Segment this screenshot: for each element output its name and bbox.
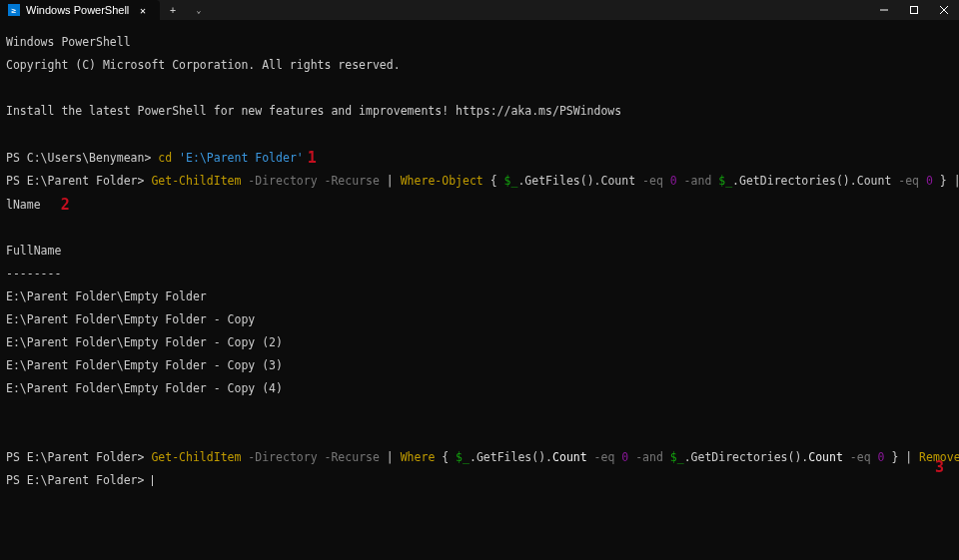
maximize-button[interactable] [899, 0, 929, 20]
tab-actions: + ⌄ [160, 0, 212, 20]
close-button[interactable] [929, 0, 959, 20]
blank-line [6, 429, 959, 441]
command-line-2: PS E:\Parent Folder> Get-ChildItem -Dire… [6, 176, 959, 188]
tab-powershell[interactable]: ≥ Windows PowerShell ✕ [0, 0, 160, 20]
blank-line [6, 223, 959, 235]
cursor [152, 475, 153, 486]
svg-rect-1 [911, 7, 918, 14]
close-tab-icon[interactable]: ✕ [136, 3, 150, 17]
tab-title: Windows PowerShell [26, 4, 129, 16]
blank-line [6, 406, 959, 418]
header-line: Windows PowerShell [6, 37, 959, 49]
command-line-1: PS C:\Users\Benymean> cd 'E:\Parent Fold… [6, 152, 959, 165]
annotation-1: 1 [308, 149, 317, 167]
annotation-3: 3 [935, 462, 944, 474]
titlebar: ≥ Windows PowerShell ✕ + ⌄ [0, 0, 959, 20]
powershell-icon: ≥ [8, 4, 20, 16]
output-header: FullName [6, 246, 959, 258]
minimize-button[interactable] [869, 0, 899, 20]
new-tab-button[interactable]: + [160, 0, 186, 20]
header-line: Install the latest PowerShell for new fe… [6, 106, 959, 118]
blank-line [6, 83, 959, 95]
command-line-3: PS E:\Parent Folder> Get-ChildItem -Dire… [6, 452, 959, 464]
output-row: E:\Parent Folder\Empty Folder - Copy (3) [6, 360, 959, 372]
command-line-2b: lName2 [6, 199, 959, 212]
output-row: E:\Parent Folder\Empty Folder - Copy (2) [6, 337, 959, 349]
prompt-line: PS E:\Parent Folder> [6, 475, 959, 487]
terminal-body[interactable]: Windows PowerShell Copyright (C) Microso… [0, 20, 959, 498]
blank-line [6, 129, 959, 141]
window-controls [869, 0, 959, 20]
output-row: E:\Parent Folder\Empty Folder - Copy (4) [6, 383, 959, 395]
output-divider: -------- [6, 269, 959, 280]
tab-dropdown-button[interactable]: ⌄ [186, 0, 212, 20]
header-line: Copyright (C) Microsoft Corporation. All… [6, 60, 959, 72]
output-row: E:\Parent Folder\Empty Folder - Copy [6, 314, 959, 326]
output-row: E:\Parent Folder\Empty Folder [6, 291, 959, 303]
annotation-2: 2 [61, 196, 70, 214]
